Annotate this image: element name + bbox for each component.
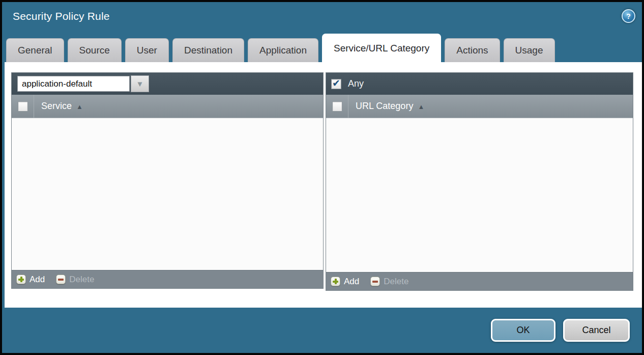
service-add-button[interactable]: Add [16, 275, 45, 285]
tab-source[interactable]: Source [68, 38, 122, 62]
plus-icon [331, 277, 340, 286]
sort-asc-icon: ▲ [76, 103, 83, 110]
service-panel-header: ▼ [12, 73, 323, 95]
url-category-list [326, 118, 633, 272]
service-mode-dropdown-button[interactable]: ▼ [131, 75, 149, 92]
service-mode-input[interactable] [17, 76, 130, 92]
minus-icon [56, 275, 66, 284]
url-any-row: ✔ Any [326, 73, 364, 95]
service-select-all-checkbox[interactable] [18, 101, 28, 112]
service-column-header: Service ▲ [12, 95, 323, 118]
service-add-label: Add [30, 275, 45, 285]
dialog-title: Security Policy Rule [13, 10, 110, 22]
url-delete-label: Delete [384, 277, 408, 287]
url-category-panel: ✔ Any URL Category ▲ Add [326, 72, 633, 291]
url-header-checkbox-cell [326, 95, 348, 118]
url-category-column-header: URL Category ▲ [326, 95, 633, 118]
ok-button[interactable]: OK [491, 319, 555, 342]
chevron-down-icon: ▼ [136, 80, 144, 88]
url-delete-button[interactable]: Delete [370, 277, 408, 287]
tab-application[interactable]: Application [248, 38, 318, 62]
cancel-button[interactable]: Cancel [563, 319, 630, 342]
url-add-label: Add [344, 277, 359, 287]
service-list [12, 118, 323, 270]
plus-icon [16, 275, 26, 284]
service-mode-combo: ▼ [17, 75, 149, 92]
url-select-all-checkbox[interactable] [332, 101, 342, 112]
service-header-checkbox-cell [12, 95, 34, 118]
url-any-checkbox[interactable]: ✔ [331, 79, 341, 89]
tab-service-url-category[interactable]: Service/URL Category [322, 34, 441, 62]
service-panel: ▼ Service ▲ Add Dele [11, 72, 324, 289]
service-column-title[interactable]: Service ▲ [41, 101, 83, 112]
sort-asc-icon: ▲ [418, 103, 424, 110]
service-toolbar: Add Delete [12, 270, 323, 288]
checkbox-checked-icon: ✔ [332, 77, 340, 89]
help-icon[interactable]: ? [622, 9, 635, 23]
minus-icon [370, 277, 380, 286]
tab-destination[interactable]: Destination [172, 38, 244, 62]
tab-content: ▼ Service ▲ Add Dele [5, 62, 642, 308]
service-delete-button[interactable]: Delete [56, 275, 94, 285]
service-delete-label: Delete [69, 275, 94, 285]
tab-actions[interactable]: Actions [445, 38, 500, 62]
tab-usage[interactable]: Usage [504, 38, 555, 62]
url-category-column-label: URL Category [356, 101, 413, 112]
service-column-label: Service [41, 101, 72, 112]
url-add-button[interactable]: Add [331, 277, 359, 287]
security-policy-rule-dialog: Security Policy Rule ? GeneralSourceUser… [0, 0, 644, 355]
tab-user[interactable]: User [125, 38, 169, 62]
url-any-label: Any [348, 78, 364, 89]
tab-bar: GeneralSourceUserDestinationApplicationS… [6, 34, 638, 62]
url-category-toolbar: Add Delete [326, 272, 633, 290]
tab-general[interactable]: General [6, 38, 64, 62]
url-category-panel-header: ✔ Any [326, 73, 633, 95]
dialog-footer: OK Cancel [491, 319, 630, 342]
url-category-column-title[interactable]: URL Category ▲ [356, 101, 424, 112]
